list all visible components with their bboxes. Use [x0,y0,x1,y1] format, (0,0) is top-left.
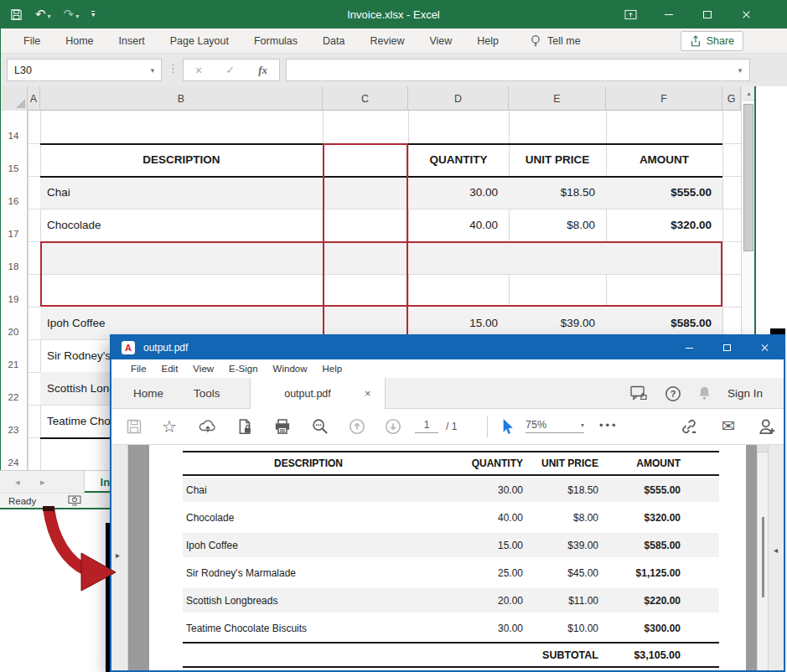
acrobat-app-icon: A [122,341,135,354]
excel-tab-formulas[interactable]: Formulas [241,35,310,47]
cell-b15[interactable]: DESCRIPTION [40,143,323,176]
cell-f16[interactable]: $555.00 [606,176,722,209]
excel-tab-file[interactable]: File [11,35,53,47]
select-all-corner[interactable] [0,86,28,111]
cell-d15[interactable]: QUANTITY [408,143,509,176]
column-header-g[interactable]: G [722,86,741,111]
pdf-scrollbar-thumb[interactable] [762,517,764,597]
column-header-f[interactable]: F [606,86,722,111]
column-header-d[interactable]: D [408,86,509,111]
excel-tab-page-layout[interactable]: Page Layout [158,35,241,47]
more-tools-button[interactable]: ••• [599,419,619,432]
cell-d17[interactable]: 40.00 [408,209,509,241]
pdf-menu-file[interactable]: File [123,364,154,374]
pdf-right-panel-collapsed[interactable]: ◂ [768,445,784,670]
pdf-minimize-button[interactable] [671,336,708,359]
cell-f17[interactable]: $320.00 [606,209,722,241]
cell-b16[interactable]: Chai [47,176,323,209]
excel-scrollbar-thumb[interactable] [743,104,753,251]
excel-maximize-button[interactable] [688,0,727,28]
pdf-scroll-top-button[interactable] [758,445,768,452]
formula-bar-handle[interactable]: ⋮ [168,62,179,75]
pdf-table-row: Sir Rodney's Marmalade25.00$45.00$1,125.… [183,559,719,587]
notifications-bell-icon[interactable] [697,385,712,401]
export-pdf-lock-icon[interactable] [236,418,253,435]
email-icon[interactable]: ✉ [722,418,738,435]
row-header-14[interactable]: 14 [0,111,28,143]
cancel-entry-icon[interactable]: × [195,64,202,77]
print-icon[interactable] [274,418,291,435]
pdf-tab-home[interactable]: Home [118,387,179,400]
cell-e17[interactable]: $8.00 [509,209,606,241]
excel-tab-review[interactable]: Review [357,35,417,47]
excel-tab-help[interactable]: Help [464,35,511,47]
cell-e16[interactable]: $18.50 [509,176,606,209]
sheet-nav-left-icon[interactable]: ◂ [15,471,20,494]
page-number-input[interactable]: 1 [415,419,438,433]
row-header-18[interactable]: 18 [0,241,28,274]
row-header-16[interactable]: 16 [0,176,28,209]
excel-tab-insert[interactable]: Insert [106,35,158,47]
pdf-maximize-button[interactable] [708,336,746,359]
feedback-icon[interactable] [630,385,649,402]
column-header-b[interactable]: B [40,86,323,111]
zoom-search-icon[interactable] [312,418,329,435]
column-header-c[interactable]: C [323,86,408,111]
sign-in-button[interactable]: Sign In [727,387,763,400]
row-header-17[interactable]: 17 [0,209,28,241]
confirm-entry-icon[interactable]: ✓ [225,64,235,76]
row-header-23[interactable]: 23 [0,405,28,437]
scroll-up-icon[interactable]: ▴ [743,86,755,101]
excel-minimize-button[interactable] [650,0,688,28]
ribbon-display-options-button[interactable] [611,0,650,28]
row-header-21[interactable]: 21 [0,339,28,372]
pdf-menu-edit[interactable]: Edit [154,364,186,374]
pdf-document-tab[interactable]: output.pdf × [250,378,386,409]
cloud-upload-icon[interactable] [199,418,215,435]
formula-bar-expand-icon[interactable]: ▾ [731,66,749,75]
collapse-panel-icon[interactable]: ◂ [774,545,778,555]
formula-input[interactable]: ▾ [286,59,750,81]
share-icon [690,35,702,47]
share-link-icon[interactable] [680,418,696,435]
sheet-nav-right-icon[interactable]: ▸ [40,471,45,494]
excel-formula-bar-row: L30 ▾ ⋮ × ✓ fx ▾ [0,54,787,86]
pdf-menu-e-sign[interactable]: E-Sign [221,364,266,374]
tell-me-box[interactable]: Tell me [530,34,581,48]
pdf-close-button[interactable] [746,336,784,359]
name-box[interactable]: L30 ▾ [7,59,162,81]
next-page-icon[interactable] [385,418,401,435]
pdf-table-row: Teatime Chocolate Biscuits30.00$10.00$30… [183,614,719,642]
column-header-a[interactable]: A [28,86,40,111]
row-header-20[interactable]: 20 [0,307,28,339]
save-icon[interactable] [126,418,142,435]
pdf-vertical-scrollbar[interactable] [757,445,768,670]
star-favorite-icon[interactable]: ☆ [162,418,179,435]
row-header-19[interactable]: 19 [0,274,28,307]
share-button[interactable]: Share [681,31,743,51]
excel-tab-home[interactable]: Home [53,35,106,47]
insert-function-icon[interactable]: fx [258,64,267,77]
cell-e15[interactable]: UNIT PRICE [509,143,606,176]
close-tab-icon[interactable]: × [365,387,385,400]
cell-b17[interactable]: Chocolade [47,209,323,241]
excel-tab-data[interactable]: Data [310,35,357,47]
name-box-dropdown-icon[interactable]: ▾ [144,66,161,75]
cell-f15[interactable]: AMOUNT [606,143,722,176]
pdf-menu-window[interactable]: Window [266,364,315,374]
pdf-menu-help[interactable]: Help [315,364,350,374]
pdf-tab-tools[interactable]: Tools [179,387,236,400]
pdf-menu-view[interactable]: View [185,364,221,374]
excel-tab-view[interactable]: View [417,35,464,47]
excel-close-button[interactable] [727,0,765,28]
cell-d16[interactable]: 30.00 [408,176,509,209]
column-header-e[interactable]: E [509,86,606,111]
request-signatures-icon[interactable] [759,418,775,435]
row-header-15[interactable]: 15 [0,143,28,176]
row-header-24[interactable]: 24 [0,437,28,470]
select-cursor-icon[interactable] [499,418,515,435]
previous-page-icon[interactable] [349,418,365,435]
zoom-level-dropdown[interactable]: 75% ▾ [526,419,584,433]
help-icon[interactable]: ? [665,385,681,402]
row-header-22[interactable]: 22 [0,372,28,405]
